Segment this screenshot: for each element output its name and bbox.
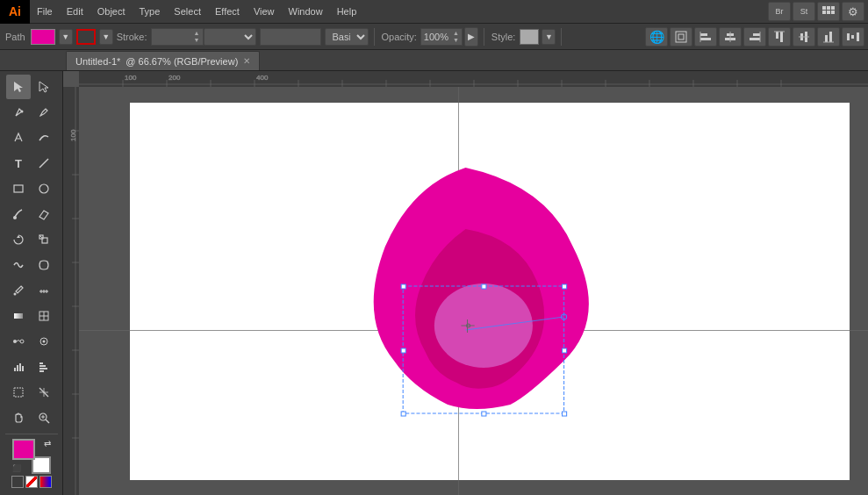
svg-point-50 [13, 340, 17, 343]
pencil-tool[interactable] [32, 100, 56, 125]
menu-edit[interactable]: Edit [60, 0, 90, 24]
tool-row-6 [6, 202, 56, 226]
distribute-btn[interactable] [842, 27, 864, 47]
align-top-btn[interactable] [768, 27, 791, 47]
menu-effect[interactable]: Effect [208, 0, 247, 24]
warp-tool[interactable] [6, 253, 31, 277]
gradient-swatch-btn[interactable] [39, 476, 52, 488]
scale-tool[interactable] [32, 227, 56, 252]
svg-rect-26 [847, 33, 850, 40]
blend-tool[interactable] [6, 329, 31, 354]
opacity-more-btn[interactable]: ▶ [464, 27, 478, 47]
paintbrush-tool[interactable] [6, 202, 31, 226]
swatch-area: ⇄ ⬛ [12, 439, 51, 474]
eyedropper-tool[interactable] [6, 278, 31, 303]
svg-rect-2 [831, 6, 835, 10]
column-chart-tool[interactable] [6, 355, 31, 379]
bridge-btn[interactable]: Br [768, 2, 791, 21]
stroke-style-input[interactable] [260, 28, 321, 46]
stroke-width-spinner: ▲ ▼ [151, 28, 256, 46]
document-tab[interactable]: Untitled-1* @ 66.67% (RGB/Preview) ✕ [66, 51, 260, 70]
canvas-area[interactable]: 100 200 400 [63, 71, 868, 495]
zoom-tool[interactable] [32, 405, 56, 430]
align-left-btn[interactable] [694, 27, 717, 47]
main-area: T [0, 71, 868, 495]
opacity-input[interactable]: 100% ▲ ▼ [420, 28, 463, 46]
pen-tool[interactable] [6, 100, 31, 125]
stroke-dropdown[interactable]: ▼ [99, 29, 113, 45]
freewarp-tool[interactable] [32, 253, 56, 277]
menu-file[interactable]: File [30, 0, 60, 24]
type-tool[interactable]: T [6, 151, 31, 176]
svg-rect-14 [753, 33, 760, 36]
align-artboard-btn[interactable] [670, 27, 692, 47]
svg-line-67 [46, 420, 49, 423]
center-h-btn[interactable] [719, 27, 742, 47]
stroke-icon[interactable] [76, 29, 96, 45]
stroke-profile-select[interactable] [204, 28, 256, 46]
menu-type[interactable]: Type [133, 0, 168, 24]
svg-point-31 [21, 111, 24, 113]
fill-btn[interactable] [11, 476, 24, 488]
svg-rect-62 [14, 388, 23, 397]
fg-color-swatch[interactable] [12, 439, 35, 460]
tool-row-10 [6, 304, 56, 328]
rotate-tool[interactable] [6, 227, 31, 252]
svg-text:400: 400 [256, 74, 269, 82]
opacity-group: Opacity: 100% ▲ ▼ ▶ [380, 27, 478, 47]
stock-btn[interactable]: St [793, 2, 815, 21]
menu-select[interactable]: Select [167, 0, 208, 24]
stroke-style-select[interactable]: Basic [325, 28, 369, 46]
vertical-ruler: 100 [63, 87, 79, 495]
globe-btn[interactable]: 🌐 [645, 27, 668, 47]
tool-row-1 [6, 75, 56, 99]
ellipse-tool[interactable] [32, 176, 56, 201]
menu-help[interactable]: Help [330, 0, 364, 24]
fill-options: ▼ [59, 29, 73, 45]
menu-window[interactable]: Window [282, 0, 330, 24]
gradient-tool[interactable] [6, 304, 31, 328]
smooth-tool[interactable] [32, 126, 56, 150]
fill-swatch[interactable] [31, 29, 55, 45]
tool-row-4: T [6, 151, 56, 176]
anchor-tool[interactable] [6, 126, 31, 150]
reset-colors-btn[interactable]: ⬛ [12, 464, 21, 472]
tab-title: Untitled-1* [75, 52, 120, 71]
align-right-btn[interactable] [743, 27, 766, 47]
svg-rect-5 [831, 11, 835, 14]
tool-row-9 [6, 278, 56, 303]
swap-colors-btn[interactable]: ⇄ [44, 439, 51, 448]
align-bottom-icon [822, 31, 835, 43]
tab-close-btn[interactable]: ✕ [243, 52, 250, 71]
bar-chart-tool[interactable] [32, 355, 56, 379]
center-v-btn[interactable] [793, 27, 815, 47]
select-tool[interactable] [6, 75, 31, 99]
style-group: Style: ▼ [490, 29, 556, 45]
measure-tool[interactable] [32, 278, 56, 303]
style-label: Style: [490, 32, 518, 42]
artboard-tool[interactable] [6, 380, 31, 405]
tool-row-5 [6, 176, 56, 201]
hand-tool[interactable] [6, 405, 31, 430]
fill-dropdown[interactable]: ▼ [59, 29, 73, 45]
line-tool[interactable] [32, 151, 56, 176]
style-dropdown[interactable]: ▼ [542, 29, 556, 45]
workspace-btn[interactable] [817, 2, 840, 21]
menu-view[interactable]: View [247, 0, 282, 24]
sym-tool[interactable] [32, 329, 56, 354]
align-bottom-btn[interactable] [817, 27, 840, 47]
stroke-width-input[interactable]: ▲ ▼ [151, 28, 204, 46]
rect-tool[interactable] [6, 176, 31, 201]
slice-tool[interactable] [32, 380, 56, 405]
settings-btn[interactable]: ⚙ [842, 2, 864, 21]
mesh-tool[interactable] [32, 304, 56, 328]
align-right-icon [749, 31, 761, 43]
color-swatches: ⇄ ⬛ [11, 439, 52, 491]
menu-object[interactable]: Object [90, 0, 133, 24]
eraser-tool[interactable] [32, 202, 56, 226]
direct-select-tool[interactable] [32, 75, 56, 99]
style-swatch[interactable] [520, 29, 539, 45]
no-fill-btn[interactable] [25, 476, 38, 488]
tab-info: @ 66.67% (RGB/Preview) [126, 52, 238, 71]
svg-point-36 [13, 216, 17, 219]
